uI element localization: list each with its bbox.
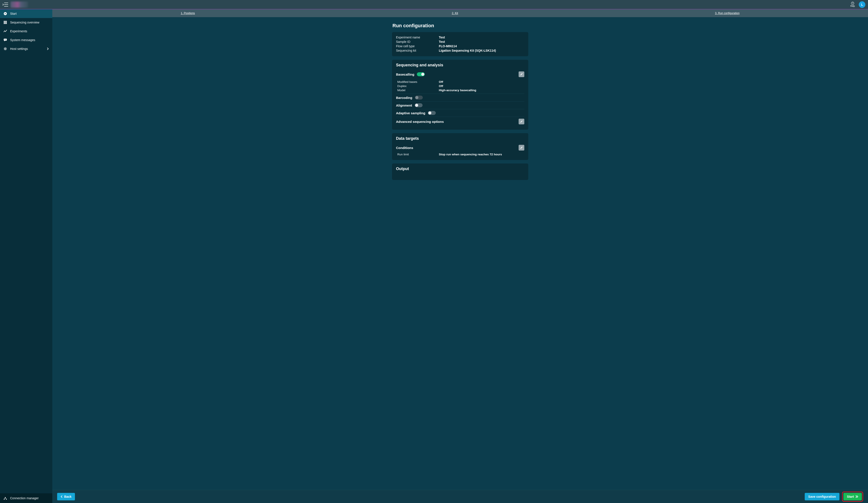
output-card: Output — [392, 164, 528, 180]
run-limit-row: Run limit Stop run when sequencing reach… — [396, 152, 524, 156]
svg-rect-7 — [5, 22, 6, 23]
basecalling-row: Basecalling — [396, 70, 524, 79]
svg-point-17 — [5, 497, 6, 498]
adaptive-sampling-label: Adaptive sampling — [396, 111, 425, 115]
svg-text:?: ? — [852, 2, 853, 4]
conditions-label: Conditions — [396, 146, 413, 150]
sidebar-item-system-messages[interactable]: System messages — [0, 35, 52, 44]
start-button-highlight: Start — [842, 492, 863, 502]
basecalling-detail-value: High-accuracy basecalling — [439, 89, 524, 92]
summary-key: Flow cell type — [396, 44, 439, 48]
summary-value: Test — [439, 35, 524, 39]
sidebar-item-start[interactable]: Start — [0, 9, 52, 18]
summary-key: Experiment name — [396, 35, 439, 39]
sidebar-item-label: Host settings — [10, 47, 28, 51]
svg-rect-3 — [4, 21, 4, 22]
svg-rect-10 — [5, 23, 6, 24]
conditions-edit-button[interactable] — [519, 145, 524, 151]
svg-rect-5 — [6, 21, 7, 22]
page-title: Run configuration — [392, 23, 528, 29]
sidebar-item-label: Start — [10, 12, 17, 16]
summary-key: Sequencing kit — [396, 49, 439, 52]
sidebar-item-connection-manager[interactable]: Connection manager — [0, 493, 52, 503]
help-label: Help — [850, 5, 855, 7]
svg-rect-8 — [6, 22, 7, 23]
menu-toggle-icon[interactable] — [3, 3, 8, 7]
basecalling-detail-key: Duplex — [396, 84, 439, 88]
svg-rect-6 — [4, 22, 4, 23]
help-button[interactable]: ? Help — [850, 2, 855, 7]
barcoding-toggle[interactable] — [415, 95, 423, 100]
adaptive-sampling-row: Adaptive sampling — [396, 109, 524, 117]
summary-value: Test — [439, 40, 524, 43]
data-targets-title: Data targets — [396, 136, 524, 141]
user-avatar[interactable]: L — [859, 1, 865, 8]
basecalling-detail-row: DuplexOff — [396, 84, 524, 88]
summary-row: Experiment nameTest — [396, 35, 524, 40]
basecalling-detail-key: Model — [396, 89, 439, 92]
sidebar-item-label: Connection manager — [10, 496, 39, 500]
summary-value: Ligation Sequencing Kit (SQK-LSK114) — [439, 49, 524, 52]
save-configuration-button[interactable]: Save configuration — [805, 493, 839, 500]
topbar: ? Help L — [0, 0, 868, 9]
advanced-options-label: Advanced sequencing options — [396, 120, 444, 123]
basecalling-toggle[interactable] — [417, 72, 425, 76]
app-logo — [11, 1, 28, 8]
save-configuration-label: Save configuration — [808, 495, 836, 499]
run-limit-value: Stop run when sequencing reaches 72 hour… — [439, 153, 524, 156]
start-button[interactable]: Start — [844, 493, 862, 500]
sidebar-item-sequencing-overview[interactable]: Sequencing overview — [0, 18, 52, 27]
summary-row: Flow cell typeFLO-MIN114 — [396, 44, 524, 48]
sidebar-item-label: System messages — [10, 38, 35, 42]
footer-bar: Back Save configuration Start — [52, 490, 868, 503]
summary-key: Sample ID — [396, 40, 439, 43]
sequencing-analysis-card: Sequencing and analysis Basecalling Modi… — [392, 60, 528, 130]
back-button[interactable]: Back — [57, 493, 75, 500]
alignment-label: Alignment — [396, 103, 412, 107]
summary-row: Sample IDTest — [396, 40, 524, 44]
run-limit-key: Run limit — [396, 153, 439, 156]
sidebar-item-label: Sequencing overview — [10, 21, 39, 24]
svg-point-15 — [6, 40, 6, 40]
svg-point-13 — [4, 40, 5, 40]
adaptive-sampling-toggle[interactable] — [428, 111, 436, 115]
hub-icon — [3, 496, 7, 500]
svg-rect-9 — [4, 23, 4, 24]
sidebar-item-host-settings[interactable]: Host settings — [0, 44, 52, 53]
wizard-steps: 1. Positions 2. Kit 3. Run configuration — [52, 9, 868, 17]
basecalling-detail-key: Modified bases — [396, 80, 439, 83]
alignment-toggle[interactable] — [415, 103, 423, 107]
chevron-right-icon — [46, 47, 49, 50]
start-button-label: Start — [847, 495, 854, 499]
svg-point-19 — [6, 499, 7, 500]
basecalling-edit-button[interactable] — [519, 71, 524, 77]
sidebar: Start Sequencing overview Experiments Sy… — [0, 9, 52, 503]
conditions-row: Conditions — [396, 143, 524, 152]
avatar-initial: L — [861, 3, 863, 6]
step-kit[interactable]: 2. Kit — [452, 12, 458, 15]
output-title: Output — [396, 166, 524, 171]
back-button-label: Back — [64, 495, 71, 499]
step-positions[interactable]: 1. Positions — [180, 12, 195, 15]
advanced-options-row: Advanced sequencing options — [396, 117, 524, 126]
advanced-options-edit-button[interactable] — [519, 119, 524, 124]
svg-point-14 — [5, 40, 6, 40]
play-icon — [3, 12, 7, 16]
grid-icon — [3, 21, 7, 24]
basecalling-detail-value: Off — [439, 80, 524, 83]
summary-row: Sequencing kitLigation Sequencing Kit (S… — [396, 48, 524, 53]
basecalling-detail-value: Off — [439, 84, 524, 88]
summary-value: FLO-MIN114 — [439, 44, 524, 48]
svg-point-16 — [4, 48, 6, 50]
barcoding-label: Barcoding — [396, 96, 412, 100]
basecalling-label: Basecalling — [396, 72, 414, 76]
barcoding-row: Barcoding — [396, 94, 524, 101]
chart-icon — [3, 29, 7, 33]
sidebar-item-experiments[interactable]: Experiments — [0, 27, 52, 35]
basecalling-detail-row: ModelHigh-accuracy basecalling — [396, 88, 524, 92]
svg-rect-4 — [5, 21, 6, 22]
step-run-configuration[interactable]: 3. Run configuration — [715, 12, 740, 15]
svg-point-18 — [4, 499, 4, 500]
svg-rect-11 — [6, 23, 7, 24]
basecalling-detail-row: Modified basesOff — [396, 80, 524, 84]
